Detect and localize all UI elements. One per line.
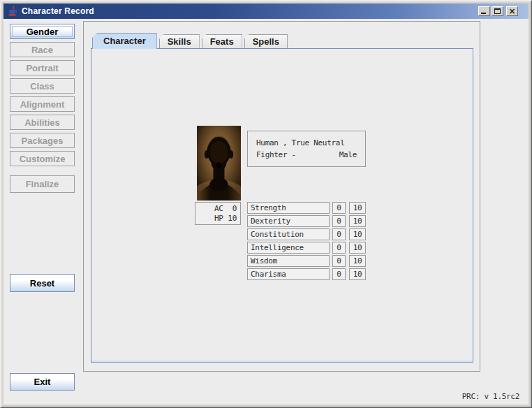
ability-modifier: 0 xyxy=(332,202,346,214)
ability-row-wisdom: Wisdom 0 10 xyxy=(247,255,367,267)
character-summary-box: Human , True Neutral Fighter - Male xyxy=(247,131,366,167)
ability-name: Charisma xyxy=(247,268,330,280)
ability-modifier: 0 xyxy=(332,215,346,227)
ability-score: 10 xyxy=(349,255,366,267)
minimize-button[interactable] xyxy=(478,6,490,16)
exit-button[interactable]: Exit xyxy=(10,373,75,391)
tab-spells[interactable]: Spells xyxy=(244,34,288,48)
ability-modifier: 0 xyxy=(332,255,346,267)
tab-character[interactable]: Character xyxy=(92,33,157,49)
combat-stats-box: AC 0 HP 10 xyxy=(195,202,241,225)
nav-button-packages[interactable]: Packages xyxy=(10,133,75,148)
ability-row-intelligence: Intelligence 0 10 xyxy=(247,242,367,254)
ability-score: 10 xyxy=(349,202,366,214)
character-portrait-image xyxy=(197,126,241,201)
ability-name: Intelligence xyxy=(247,242,330,254)
hp-value: 10 xyxy=(228,214,237,224)
tab-feats[interactable]: Feats xyxy=(202,34,242,48)
class-gender-line: Fighter - Male xyxy=(256,149,357,161)
character-tab-content: AC 0 HP 10 Human , True Neutral Fighter … xyxy=(91,48,473,363)
nav-button-gender[interactable]: Gender xyxy=(10,24,75,39)
nav-button-abilities[interactable]: Abilities xyxy=(10,115,75,130)
hp-label: HP xyxy=(214,214,223,223)
main-panel: Character Skills Feats Spells xyxy=(83,21,480,372)
gender-text: Male xyxy=(339,149,357,161)
ability-row-charisma: Charisma 0 10 xyxy=(247,268,367,280)
ac-line: AC 0 xyxy=(195,204,240,214)
tab-bar: Character Skills Feats Spells xyxy=(92,32,290,49)
ability-score: 10 xyxy=(349,228,366,240)
titlebar: Character Record × xyxy=(3,3,529,19)
ability-score: 10 xyxy=(349,242,366,254)
maximize-icon xyxy=(494,8,501,14)
ability-row-constitution: Constitution 0 10 xyxy=(247,228,367,240)
app-window: Character Record × Gender Race Portrait … xyxy=(0,0,532,408)
ability-name: Dexterity xyxy=(247,215,330,227)
window-title: Character Record xyxy=(22,6,94,16)
finalize-button[interactable]: Finalize xyxy=(10,175,75,193)
reset-button[interactable]: Reset xyxy=(10,274,75,292)
ability-name: Wisdom xyxy=(247,255,330,267)
maximize-button[interactable] xyxy=(492,6,503,16)
ability-score: 10 xyxy=(349,215,366,227)
ability-row-strength: Strength 0 10 xyxy=(247,202,367,214)
nav-button-customize[interactable]: Customize xyxy=(10,151,75,166)
ac-label: AC xyxy=(214,204,223,213)
window-controls: × xyxy=(477,6,518,16)
nav-button-alignment[interactable]: Alignment xyxy=(10,96,75,112)
minimize-icon xyxy=(481,13,486,14)
tab-skills[interactable]: Skills xyxy=(159,34,200,48)
nav-button-race[interactable]: Race xyxy=(10,42,75,57)
ac-value: 0 xyxy=(232,204,237,214)
ability-modifier: 0 xyxy=(332,228,346,240)
ability-modifier: 0 xyxy=(332,268,346,280)
ability-row-dexterity: Dexterity 0 10 xyxy=(247,215,367,227)
java-coffee-cup-icon xyxy=(7,6,18,17)
race-alignment-text: Human , True Neutral xyxy=(256,137,357,149)
nav-button-class[interactable]: Class xyxy=(10,78,75,94)
ability-name: Constitution xyxy=(247,228,330,240)
nav-button-portrait[interactable]: Portrait xyxy=(10,60,75,75)
close-icon: × xyxy=(507,7,517,15)
hp-line: HP 10 xyxy=(195,214,240,224)
ability-score: 10 xyxy=(349,268,366,280)
ability-modifier: 0 xyxy=(332,242,346,254)
class-text: Fighter - xyxy=(256,149,296,161)
client-area: Gender Race Portrait Class Alignment Abi… xyxy=(3,19,529,405)
prc-version-label: PRC: v 1.5rc2 xyxy=(462,392,519,401)
ability-name: Strength xyxy=(247,202,330,214)
close-button[interactable]: × xyxy=(506,6,518,16)
